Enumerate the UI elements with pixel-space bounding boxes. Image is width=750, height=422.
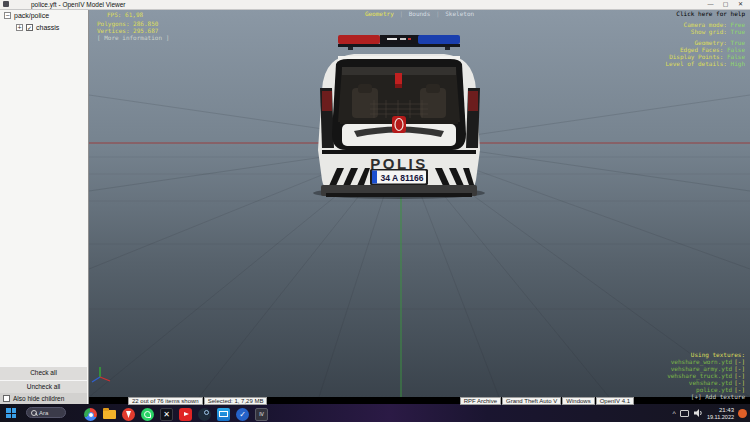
tray-clock[interactable]: 21:43 19.11.2022 [707, 407, 734, 420]
remove-texture-button[interactable]: [-] [734, 379, 745, 386]
minimize-button[interactable]: — [703, 0, 718, 9]
mail-icon[interactable] [217, 408, 230, 421]
window-controls: — ▢ ✕ [703, 0, 748, 9]
taskbar-search[interactable]: Ara [26, 407, 66, 418]
setting-geometry[interactable]: Geometry: True [666, 39, 746, 46]
tree-item-chassis[interactable]: + ✓ chassis [16, 24, 59, 31]
texture-item: vehshare_truck.ytd[-] [667, 372, 745, 379]
items-shown-status: 22 out of 76 items shown [128, 397, 203, 405]
texture-item: vehshare_worn.ytd[-] [667, 358, 745, 365]
polygons-readout: Polygons: 286.850 [97, 20, 169, 27]
viewer-settings: Camera mode: Free Show grid: True Geomet… [666, 21, 746, 67]
textures-title: Using textures: [667, 351, 745, 358]
more-information-link[interactable]: [ More information ] [97, 34, 169, 41]
title-bar: police.yft - OpenIV Model Viewer — ▢ ✕ [0, 0, 750, 10]
vertices-readout: Vertices: 295.687 [97, 27, 169, 34]
close-button[interactable]: ✕ [733, 0, 748, 9]
texture-item: police.ytd[-] [667, 386, 745, 393]
notification-badge[interactable] [738, 409, 747, 418]
collapse-icon[interactable]: − [4, 12, 11, 19]
window-title: police.yft - OpenIV Model Viewer [31, 0, 126, 9]
add-texture-button[interactable]: [+] Add texture [667, 393, 745, 400]
steam-icon[interactable] [198, 408, 211, 421]
file-explorer-icon[interactable] [103, 410, 116, 419]
tab-separator: | [436, 10, 440, 17]
tab-bounds[interactable]: Bounds [409, 10, 431, 17]
remove-texture-button[interactable]: [-] [734, 365, 745, 372]
status-bar-right: RPF Archive Grand Theft Auto V Windows O… [460, 397, 634, 405]
setting-show-grid[interactable]: Show grid: True [666, 28, 746, 35]
windows-taskbar: Ara ✕ ✓ IV ^ 21:43 19.11.2022 [0, 404, 750, 422]
os-status: Windows [562, 397, 594, 405]
setting-level-of-details[interactable]: Level of details: High [666, 60, 746, 67]
tab-skeleton[interactable]: Skeleton [445, 10, 474, 17]
openiv-app-icon [3, 1, 9, 7]
also-hide-children-checkbox[interactable] [3, 395, 10, 402]
display-tray-icon[interactable] [680, 410, 689, 417]
setting-edged-faces[interactable]: Edged Faces: False [666, 46, 746, 53]
texture-item: vehshare.ytd[-] [667, 379, 745, 386]
tray-time: 21:43 [707, 407, 734, 414]
search-icon [31, 410, 37, 416]
help-link[interactable]: Click here for help [676, 10, 745, 17]
tab-geometry[interactable]: Geometry [365, 10, 394, 17]
lightbar-icon [338, 35, 460, 50]
model-viewport[interactable]: POLIS 34 A 81166 FPS: 61,98 Polygons: 28… [89, 9, 750, 397]
youtube-icon[interactable] [179, 408, 192, 421]
red-browser-icon[interactable] [122, 408, 135, 421]
remove-texture-button[interactable]: [-] [734, 358, 745, 365]
setting-display-points[interactable]: Display Points: False [666, 53, 746, 60]
start-button[interactable] [6, 408, 16, 418]
speaker-icon[interactable] [693, 408, 703, 418]
search-label: Ara [39, 410, 48, 416]
check-all-button[interactable]: Check all [0, 366, 87, 381]
texture-item: vehshare_army.ytd[-] [667, 365, 745, 372]
status-bar-left: 22 out of 76 items shown Selected: 1, 7,… [128, 397, 267, 405]
model-tree-sidebar: − pack/police + ✓ chassis Check all Unch… [0, 9, 89, 404]
chassis-checkbox[interactable]: ✓ [26, 24, 33, 31]
tree-item-label: pack/police [14, 12, 49, 19]
view-mode-tabs: Geometry | Bounds | Skeleton [89, 10, 750, 17]
tray-chevron-up-icon[interactable]: ^ [673, 410, 676, 417]
expand-icon[interactable]: + [16, 24, 23, 31]
remove-texture-button[interactable]: [-] [734, 386, 745, 393]
selected-status: Selected: 1, 7,29 MB [204, 397, 268, 405]
textures-panel: Using textures: vehshare_worn.ytd[-] veh… [667, 351, 745, 400]
maximize-button[interactable]: ▢ [718, 0, 733, 9]
tab-separator: | [399, 10, 403, 17]
also-hide-children-label: Also hide children [13, 395, 64, 402]
tray-date: 19.11.2022 [707, 414, 734, 420]
x-app-icon[interactable]: ✕ [160, 408, 173, 421]
remove-texture-button[interactable]: [-] [734, 372, 745, 379]
whatsapp-icon[interactable] [141, 408, 154, 421]
system-tray: ^ 21:43 19.11.2022 [673, 406, 747, 420]
chrome-icon[interactable] [84, 408, 97, 421]
openiv-taskbar-icon[interactable]: IV [255, 408, 268, 421]
app-version-status: OpenIV 4.1 [596, 397, 634, 405]
axis-gizmo-icon [90, 365, 112, 387]
tree-item-pack-police[interactable]: − pack/police [4, 12, 49, 19]
plate-number: 34 A 81166 [381, 173, 424, 183]
game-status: Grand Theft Auto V [502, 397, 561, 405]
tree-item-label: chassis [36, 24, 59, 31]
also-hide-children-row[interactable]: Also hide children [0, 393, 87, 404]
setting-camera-mode[interactable]: Camera mode: Free [666, 21, 746, 28]
check-app-icon[interactable]: ✓ [236, 408, 249, 421]
archive-type-status: RPF Archive [460, 397, 501, 405]
police-van-model: POLIS 34 A 81166 [308, 30, 492, 204]
